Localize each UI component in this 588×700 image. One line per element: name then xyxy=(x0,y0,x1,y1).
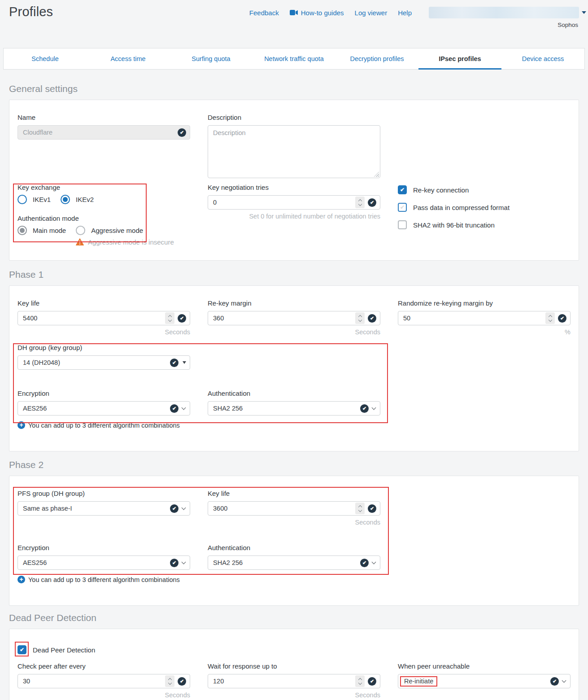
radio-icon xyxy=(17,195,27,204)
radio-selected-disabled-icon xyxy=(17,226,27,235)
dh-group-select[interactable]: 14 (DH2048) xyxy=(17,355,190,370)
check-peer-group: Check peer after every 30 Seconds xyxy=(17,662,190,699)
rekey-margin-input[interactable]: 360 xyxy=(208,311,380,325)
radio-disabled-icon xyxy=(76,226,85,235)
check-circle-icon xyxy=(368,677,376,686)
phase1-add-combination[interactable]: You can add up to 3 different algorithm … xyxy=(17,421,571,429)
key-life-unit: Seconds xyxy=(17,328,190,336)
stepper-up-down-icon[interactable] xyxy=(165,675,174,687)
key-negotiation-help: Set 0 for unlimited number of negotiatio… xyxy=(208,213,380,220)
help-link[interactable]: Help xyxy=(398,9,412,17)
account-selector[interactable] xyxy=(429,7,579,18)
key-exchange-label: Key exchange xyxy=(17,184,190,191)
plus-circle-icon[interactable] xyxy=(17,576,25,583)
page-title: Profiles xyxy=(9,4,53,48)
radio-ikev1[interactable]: IKEv1 xyxy=(17,195,51,204)
phase2-key-life-label: Key life xyxy=(208,490,380,497)
phase2-key-life-group: Key life 3600 Seconds xyxy=(208,490,380,526)
radio-selected-icon xyxy=(61,195,70,204)
stepper-up-down-icon[interactable] xyxy=(545,312,555,324)
brand-label: Sophos xyxy=(558,22,579,28)
when-unreachable-select[interactable]: Re-initiate xyxy=(398,674,571,688)
general-settings-heading: General settings xyxy=(9,83,579,94)
radio-aggressive-mode: Aggressive mode xyxy=(76,226,143,235)
check-circle-icon xyxy=(170,404,179,413)
description-label: Description xyxy=(208,114,380,121)
log-viewer-link[interactable]: Log viewer xyxy=(355,9,388,17)
check-circle-icon xyxy=(178,128,186,137)
when-unreachable-value: Re-initiate xyxy=(400,676,437,687)
pfs-group-group: PFS group (DH group) Same as phase-I xyxy=(17,490,190,526)
top-bar: Profiles Feedback How-to guides Log view… xyxy=(0,0,588,48)
feedback-link[interactable]: Feedback xyxy=(249,9,279,17)
check-circle-icon xyxy=(178,677,186,686)
check-peer-label: Check peer after every xyxy=(17,662,190,670)
check-circle-icon xyxy=(368,504,376,513)
rekey-connection-checkbox[interactable]: Re-key connection xyxy=(398,184,571,195)
stepper-up-down-icon[interactable] xyxy=(165,312,174,324)
howto-guides-link[interactable]: How-to guides xyxy=(290,9,344,17)
check-peer-unit: Seconds xyxy=(17,691,190,699)
chevron-down-icon xyxy=(372,560,376,564)
check-circle-icon xyxy=(360,404,369,413)
radio-main-mode: Main mode xyxy=(17,226,66,235)
tab-device-access[interactable]: Device access xyxy=(501,48,584,69)
description-textarea[interactable]: Description xyxy=(208,125,380,178)
check-circle-icon xyxy=(368,198,376,207)
phase2-encryption-select[interactable]: AES256 xyxy=(17,556,190,570)
phase2-heading: Phase 2 xyxy=(9,459,579,470)
key-negotiation-label: Key negotiation tries xyxy=(208,184,380,191)
check-circle-icon xyxy=(170,359,179,367)
key-negotiation-group: Key negotiation tries 0 Set 0 for unlimi… xyxy=(208,184,380,246)
authentication-label: Authentication xyxy=(208,389,380,397)
tab-surfing-quota[interactable]: Surfing quota xyxy=(170,48,253,69)
stepper-up-down-icon[interactable] xyxy=(355,312,365,324)
dpd-card: Dead Peer Detection Check peer after eve… xyxy=(9,629,579,700)
stepper-up-down-icon[interactable] xyxy=(355,197,365,208)
phase2-key-life-input[interactable]: 3600 xyxy=(208,501,380,516)
key-life-input[interactable]: 5400 xyxy=(17,311,190,325)
tab-schedule[interactable]: Schedule xyxy=(4,48,87,69)
warning-triangle-icon xyxy=(76,238,84,245)
tab-access-time[interactable]: Access time xyxy=(87,48,170,69)
check-peer-input[interactable]: 30 xyxy=(17,674,190,688)
checkbox-checked-icon xyxy=(17,645,26,654)
stepper-up-down-icon[interactable] xyxy=(355,503,365,514)
key-life-group: Key life 5400 Seconds xyxy=(17,299,190,336)
when-unreachable-label: When peer unreachable xyxy=(398,662,571,670)
check-circle-icon xyxy=(170,559,179,567)
chevron-down-icon xyxy=(182,560,186,564)
check-circle-icon xyxy=(360,559,369,567)
phase2-key-life-unit: Seconds xyxy=(208,519,380,526)
plus-circle-icon[interactable] xyxy=(17,421,25,429)
key-negotiation-input[interactable]: 0 xyxy=(208,195,380,210)
stepper-up-down-icon[interactable] xyxy=(355,675,365,687)
tab-network-traffic-quota[interactable]: Network traffic quota xyxy=(253,48,335,69)
check-circle-icon xyxy=(368,314,376,323)
wait-response-group: Wait for response up to 120 Seconds xyxy=(208,662,380,699)
phase2-card: PFS group (DH group) Same as phase-I Key… xyxy=(9,476,579,606)
dpd-enable-checkbox[interactable]: Dead Peer Detection xyxy=(17,644,571,655)
dpd-heading: Dead Peer Detection xyxy=(9,612,579,623)
phase2-authentication-select[interactable]: SHA2 256 xyxy=(208,556,380,570)
wait-response-input[interactable]: 120 xyxy=(208,674,380,688)
encryption-label: Encryption xyxy=(17,544,190,551)
phase2-add-combination[interactable]: You can add up to 3 different algorithm … xyxy=(17,576,571,583)
caret-down-icon xyxy=(582,11,586,14)
phase1-encryption-select[interactable]: AES256 xyxy=(17,401,190,416)
phase1-authentication-select[interactable]: SHA2 256 xyxy=(208,401,380,416)
encryption-label: Encryption xyxy=(17,389,190,397)
tab-decryption-profiles[interactable]: Decryption profiles xyxy=(335,48,418,69)
rekey-margin-label: Re-key margin xyxy=(208,299,380,307)
randomize-margin-input[interactable]: 50 xyxy=(398,311,571,325)
check-circle-icon xyxy=(170,504,179,513)
pfs-group-select[interactable]: Same as phase-I xyxy=(17,501,190,516)
radio-ikev2[interactable]: IKEv2 xyxy=(61,195,94,204)
pass-data-compressed-checkbox[interactable]: Pass data in compressed format xyxy=(398,202,571,213)
name-input: Cloudflare xyxy=(17,125,190,140)
general-settings-card: Name Cloudflare Description Description … xyxy=(9,100,579,261)
resize-handle[interactable] xyxy=(374,172,379,177)
aggressive-mode-warning: Aggressive mode is insecure xyxy=(76,237,190,246)
tab-ipsec-profiles[interactable]: IPsec profiles xyxy=(418,48,501,69)
chevron-down-icon xyxy=(562,678,566,682)
